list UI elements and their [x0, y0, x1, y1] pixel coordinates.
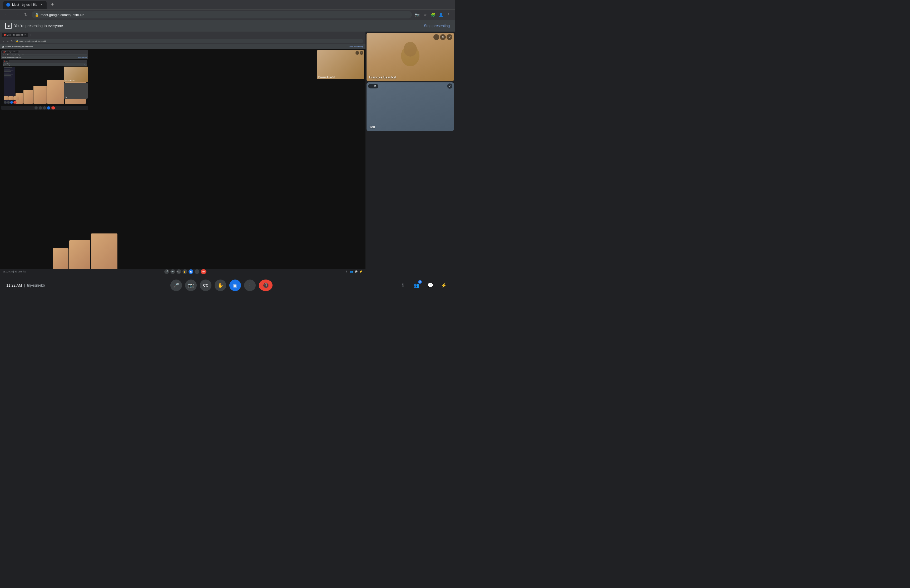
- inner-back[interactable]: ←: [2, 40, 5, 43]
- stop-presenting-button[interactable]: Stop presenting: [424, 24, 450, 28]
- end-call-icon: 📵: [262, 282, 269, 289]
- chat-icon: 💬: [427, 283, 433, 288]
- people-badge: 3: [418, 280, 422, 284]
- you-name: You: [369, 125, 375, 129]
- inner-forward[interactable]: →: [6, 40, 9, 43]
- browser-tab-bar: Meet - tnj-esni-ikb ✕ + ⋯: [0, 0, 455, 10]
- inner-presenting-text: You're presenting to everyone: [5, 45, 33, 48]
- large-tile-pip-button[interactable]: ⧉: [440, 34, 446, 40]
- tab-favicon: [6, 3, 10, 6]
- large-tile-controls: ⋯ ⧉ ⤢: [433, 34, 453, 40]
- present-button[interactable]: ▣: [230, 279, 241, 291]
- captions-button[interactable]: CC: [200, 279, 212, 291]
- camera-icon: 📷: [188, 283, 194, 288]
- browser-more-icon[interactable]: ⋯: [446, 2, 452, 8]
- new-tab-button[interactable]: +: [49, 1, 56, 8]
- inner-content: Meet - tnj-esni-ikb ✕ + ← → ↻ meet.googl…: [0, 49, 365, 275]
- info-icon: ℹ: [402, 283, 404, 288]
- main-toolbar: 11:22 AM | tnj-esni-ikb 🎤 📷 CC ✋: [0, 276, 455, 294]
- inner-reload[interactable]: ↻: [11, 40, 13, 43]
- present-icon: ▣: [233, 283, 238, 288]
- toolbar-left: 11:22 AM | tnj-esni-ikb: [6, 283, 45, 288]
- nested-screen: Meet - tnj-esni-ikb ✕ + ← → ↻ 🔒 meet.goo…: [0, 32, 365, 276]
- presenting-text: You're presenting to everyone: [14, 24, 63, 28]
- you-tile-expand-button[interactable]: ⤢: [447, 84, 453, 89]
- large-tile-expand-button[interactable]: ⤢: [446, 34, 453, 40]
- svg-point-1: [404, 42, 417, 57]
- address-bar[interactable]: 🔒 meet.google.com/tnj-esni-ikb: [32, 11, 412, 18]
- people-button[interactable]: 👥 3: [412, 281, 421, 290]
- deep-nested-browser: Meet - tnj-esni-ikb ✕ + ← → ↻ meet.googl…: [1, 50, 88, 110]
- inner-stop-presenting[interactable]: Stop presenting: [349, 45, 364, 48]
- inner-url: meet.google.com/tnj-esni-ikb: [19, 40, 46, 42]
- more-options-icon: ⋮: [247, 283, 252, 288]
- you-tile: ⋯ ⧉ ⤢ You: [367, 82, 454, 131]
- meeting-info-button[interactable]: ℹ: [398, 281, 407, 290]
- activities-button[interactable]: ⚡: [439, 281, 449, 290]
- camera-button[interactable]: 📷: [185, 279, 197, 291]
- menu-icon[interactable]: ⋮: [446, 11, 452, 18]
- inner-address-bar[interactable]: 🔒 meet.google.com/tnj-esni-ikb: [14, 39, 364, 43]
- cast-icon[interactable]: 📷: [414, 11, 420, 18]
- you-video-feed: [367, 82, 454, 131]
- browser-nav: ← → ↻ 🔒 meet.google.com/tnj-esni-ikb 📷 ☆…: [0, 10, 455, 20]
- mic-icon: 🎤: [173, 283, 179, 288]
- francois-main-tile: François Beaufort ⋯ ⧉ ⤢: [367, 32, 454, 81]
- inner-nav-bar: ← → ↻ 🔒 meet.google.com/tnj-esni-ikb: [0, 38, 365, 44]
- presenting-banner-outer: ▣ You're presenting to everyone Stop pre…: [0, 20, 455, 32]
- inner-presenting-banner: ▣ You're presenting to everyone Stop pre…: [0, 44, 365, 49]
- inner-tab-close[interactable]: ✕: [24, 34, 26, 36]
- toolbar-right: ℹ 👥 3 💬 ⚡: [398, 281, 449, 290]
- extensions-icon[interactable]: 🧩: [430, 11, 436, 18]
- url-text: meet.google.com/tnj-esni-ikb: [40, 13, 84, 17]
- browser-actions: 📷 ☆ 🧩 👤 ⋮: [414, 11, 452, 18]
- raise-hand-button[interactable]: ✋: [215, 279, 226, 291]
- bookmark-icon[interactable]: ☆: [422, 11, 428, 18]
- tiles-panel: François Beaufort ⋯ ⧉ ⤢ ⋯ ⧉ ⤢: [365, 32, 455, 276]
- inner-browser-chrome: Meet - tnj-esni-ikb ✕ +: [0, 32, 365, 38]
- end-call-button[interactable]: 📵: [259, 279, 273, 291]
- presenting-banner-left: ▣ You're presenting to everyone: [5, 23, 63, 29]
- large-tile-more-button[interactable]: ⋯: [433, 34, 439, 40]
- mic-button[interactable]: 🎤: [170, 279, 182, 291]
- more-options-button[interactable]: ⋮: [244, 279, 256, 291]
- tab-close-button[interactable]: ✕: [39, 3, 44, 7]
- meeting-time: 11:22 AM: [6, 283, 22, 288]
- app-wrapper: Meet - tnj-esni-ikb ✕ + ⋯ ← → ↻ 🔒 meet.g…: [0, 0, 455, 294]
- profile-icon[interactable]: 👤: [438, 11, 444, 18]
- captions-icon: CC: [203, 283, 208, 288]
- activities-icon: ⚡: [441, 283, 447, 288]
- meeting-id: tnj-esni-ikb: [27, 283, 45, 288]
- present-icon: ▣: [5, 23, 11, 29]
- inner-tab-title: Meet - tnj-esni-ikb: [6, 34, 23, 36]
- back-button[interactable]: ←: [3, 11, 11, 18]
- you-tile-top-bar: ⋯ ⧉: [368, 84, 378, 89]
- tab-title: Meet - tnj-esni-ikb: [12, 3, 37, 6]
- shared-screen-panel: Meet - tnj-esni-ikb ✕ + ← → ↻ 🔒 meet.goo…: [0, 32, 365, 276]
- reload-button[interactable]: ↻: [22, 11, 29, 18]
- active-tab[interactable]: Meet - tnj-esni-ikb ✕: [3, 1, 47, 9]
- forward-button[interactable]: →: [13, 11, 20, 18]
- raise-hand-icon: ✋: [218, 283, 223, 288]
- chat-button[interactable]: 💬: [425, 281, 435, 290]
- francois-name-large: François Beaufort: [369, 75, 396, 79]
- share-view: Meet - tnj-esni-ikb ✕ + ← → ↻ 🔒 meet.goo…: [0, 32, 455, 276]
- toolbar-center: 🎤 📷 CC ✋ ▣ ⋮ 📵: [170, 279, 273, 291]
- inner-new-tab[interactable]: +: [29, 32, 31, 37]
